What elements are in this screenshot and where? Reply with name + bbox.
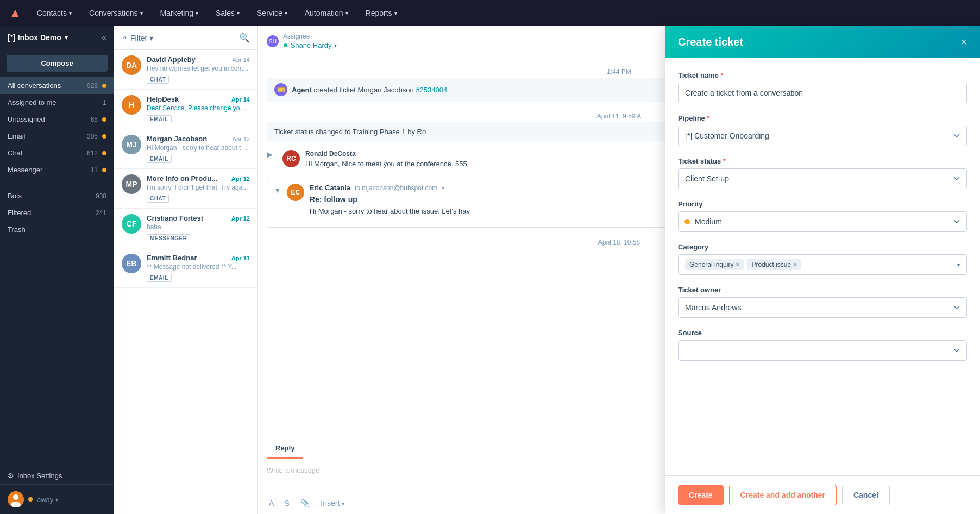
avatar: EC (287, 184, 304, 201)
ticket-owner-label: Ticket owner (678, 286, 967, 294)
sidebar: [*] Inbox Demo ▾ « Compose All conversat… (0, 26, 114, 514)
assignee-chevron-icon: ▾ (334, 42, 337, 48)
ticket-owner-select[interactable]: Marcus Andrews (678, 297, 967, 318)
sidebar-item-unassigned[interactable]: Unassigned 65 (0, 111, 114, 128)
filter-button[interactable]: ⚬ Filter ▾ (122, 34, 153, 42)
create-and-add-another-button[interactable]: Create and add another (729, 485, 837, 505)
sidebar-item-trash[interactable]: Trash (0, 221, 114, 238)
category-chevron-icon: ▾ (957, 262, 960, 268)
sidebar-divider (0, 183, 114, 183)
category-multiselect[interactable]: General inquiry × Product issue × ▾ (678, 254, 967, 275)
sidebar-item-all-conversations[interactable]: All conversations 928 (0, 77, 114, 94)
text-format-icon[interactable]: A (267, 497, 276, 510)
nav-contacts[interactable]: Contacts ▾ (30, 5, 78, 21)
sidebar-item-chat[interactable]: Chat 612 (0, 145, 114, 161)
sidebar-user[interactable]: away ▾ (8, 491, 106, 507)
avatar: DA (122, 55, 141, 75)
cancel-button[interactable]: Cancel (842, 485, 890, 505)
conv-item-morgan-jacobson[interactable]: MJ Morgan Jacobson Apr 12 Hi Morgan - so… (114, 129, 257, 169)
close-button[interactable]: × (960, 36, 967, 48)
nav-automation[interactable]: Automation ▾ (298, 5, 355, 21)
conv-name: Morgan Jacobson (147, 135, 207, 143)
conv-tag: MESSENGER (147, 234, 190, 242)
inbox-title[interactable]: [*] Inbox Demo ▾ (8, 33, 68, 42)
avatar: CF (122, 214, 141, 234)
sidebar-settings[interactable]: ⚙ Inbox Settings (0, 467, 114, 484)
sidebar-item-filtered[interactable]: Filtered 241 (0, 204, 114, 221)
user-status[interactable]: away ▾ (28, 496, 58, 504)
status-change-text: Ticket status changed to Training Phase … (274, 128, 426, 136)
filter-icon: ⚬ (122, 34, 128, 42)
conv-tag: EMAIL (147, 115, 172, 123)
conv-date: Apr 14 (233, 57, 250, 63)
avatar: MP (122, 174, 141, 194)
user-avatar (8, 491, 24, 507)
conv-preview: Hi Morgan - sorry to hear about th... (147, 144, 250, 152)
expand-message-icon[interactable]: ▶ (267, 150, 273, 159)
attachment-icon[interactable]: 📎 (298, 497, 312, 510)
remove-product-issue-icon[interactable]: × (793, 261, 797, 268)
conv-item-david-appleby[interactable]: DA David Appleby Apr 14 Hey no worries l… (114, 50, 257, 90)
insert-button[interactable]: Insert ▾ (318, 497, 347, 510)
conv-preview: I'm sorry, I didn't get that. Try aga... (147, 184, 250, 191)
ticket-link[interactable]: #2534004 (416, 86, 447, 94)
conv-item-emmitt[interactable]: EB Emmitt Bednar Apr 11 ** Message not d… (114, 248, 257, 288)
email-sender: Eric Catania (310, 184, 350, 192)
svg-point-1 (13, 494, 18, 500)
ticket-status-select[interactable]: Client Set-up (678, 168, 967, 189)
conv-tag: CHAT (147, 76, 169, 84)
source-select[interactable] (678, 340, 967, 361)
chat-placeholder: Write a message (267, 466, 319, 474)
conv-name: More info on Produ... (147, 174, 217, 183)
pipeline-field: Pipeline * [*] Customer Onboarding (678, 114, 967, 146)
conv-item-cristiano[interactable]: CF Cristiano Fortest Apr 12 haha MESSENG… (114, 209, 257, 248)
sidebar-item-messenger[interactable]: Messenger 11 (0, 161, 114, 178)
ticket-name-label: Ticket name * (678, 71, 967, 79)
panel-body: Ticket name * Pipeline * [*] Customer On… (665, 58, 980, 475)
sidebar-item-bots[interactable]: Bots 930 (0, 187, 114, 204)
conv-date: Apr 14 (231, 96, 250, 103)
nav-conversations[interactable]: Conversations ▾ (83, 5, 149, 21)
priority-select[interactable]: Medium (678, 211, 967, 232)
conv-item-more-info[interactable]: MP More info on Produ... Apr 12 I'm sorr… (114, 169, 257, 209)
nav-reports[interactable]: Reports ▾ (359, 5, 404, 21)
search-button[interactable]: 🔍 (239, 33, 250, 43)
strikethrough-icon[interactable]: S̶ (282, 497, 292, 510)
tab-reply[interactable]: Reply (267, 438, 303, 459)
category-tag-product: Product issue × (747, 259, 801, 270)
avatar: H (122, 95, 141, 115)
top-nav: ▲ Contacts ▾ Conversations ▾ Marketing ▾… (0, 0, 980, 26)
compose-button[interactable]: Compose (7, 55, 108, 72)
gear-icon: ⚙ (8, 472, 14, 480)
unread-dot-chat (102, 151, 106, 155)
conv-tag: EMAIL (147, 155, 172, 163)
main-layout: [*] Inbox Demo ▾ « Compose All conversat… (0, 26, 980, 514)
conv-preview: Hey no worries let get you in cont... (147, 65, 250, 72)
nav-sales[interactable]: Sales ▾ (209, 5, 246, 21)
source-field: Source (678, 329, 967, 361)
nav-marketing[interactable]: Marketing ▾ (154, 5, 205, 21)
sidebar-item-assigned-to-me[interactable]: Assigned to me 1 (0, 94, 114, 111)
create-button[interactable]: Create (678, 485, 724, 505)
nav-service[interactable]: Service ▾ (250, 5, 294, 21)
status-dot-icon (28, 497, 33, 502)
pipeline-select[interactable]: [*] Customer Onboarding (678, 126, 967, 146)
contacts-chevron-icon: ▾ (69, 10, 72, 16)
sidebar-collapse-icon[interactable]: « (102, 33, 106, 42)
assignee-label: Assignee (283, 33, 337, 40)
hubspot-logo: ▲ (9, 5, 22, 21)
sidebar-item-email[interactable]: Email 305 (0, 128, 114, 145)
remove-general-inquiry-icon[interactable]: × (736, 261, 739, 268)
ticket-status-field: Ticket status * Client Set-up (678, 157, 967, 189)
sender-name: Ronald DeCosta (305, 150, 356, 158)
assignee-value[interactable]: ● Shane Hardy ▾ (283, 40, 337, 50)
conv-item-helpdesk[interactable]: H HelpDesk Apr 14 Dear Service, Please c… (114, 90, 257, 129)
avatar: EB (122, 254, 141, 273)
sidebar-header: [*] Inbox Demo ▾ « (0, 26, 114, 49)
panel-header: Create ticket × (665, 26, 980, 58)
category-label: Category (678, 243, 967, 251)
collapse-message-icon[interactable]: ▼ (274, 186, 281, 195)
ticket-name-input[interactable] (678, 83, 967, 103)
service-chevron-icon: ▾ (285, 10, 287, 16)
conv-preview: Dear Service, Please change your... (147, 104, 250, 112)
